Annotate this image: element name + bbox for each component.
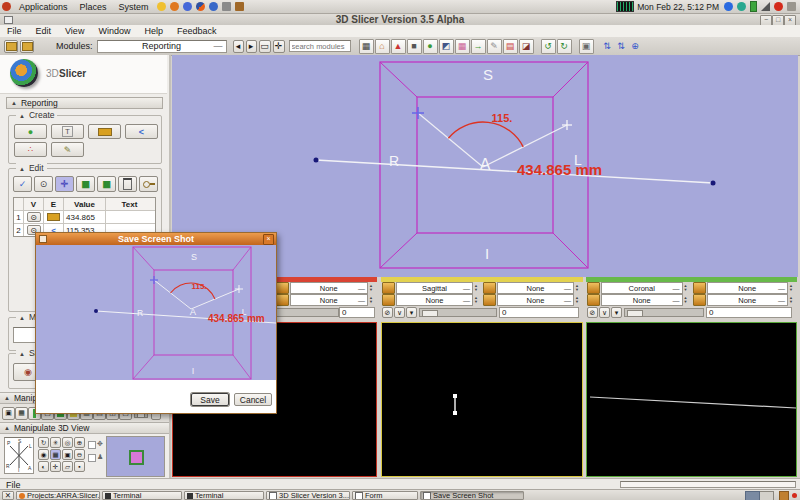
redo-icon[interactable]: ↻ <box>557 39 572 54</box>
layout-icon[interactable]: ▣ <box>579 39 594 54</box>
yellow-layer-menu-icon[interactable] <box>382 282 395 294</box>
yellow-bg-menu-icon[interactable] <box>382 294 395 306</box>
volume-icon[interactable] <box>787 2 796 11</box>
menu-file[interactable]: File <box>0 26 29 36</box>
add-annotation-icon[interactable]: ▦ <box>97 176 116 192</box>
workspace-1[interactable] <box>745 491 760 500</box>
yellow-link-icon[interactable]: ⊘ <box>382 307 393 318</box>
network-icon[interactable] <box>737 2 746 11</box>
delete-icon[interactable] <box>118 176 137 192</box>
green-visibility-icon[interactable]: ∨ <box>599 307 610 318</box>
red-spin[interactable]: ▲▼ <box>369 283 376 293</box>
table-row[interactable]: 1 ⊙ 434.865 <box>14 211 155 224</box>
colors-module-icon[interactable]: → <box>471 39 486 54</box>
red-label-menu-icon[interactable] <box>276 294 289 306</box>
screen-launcher-icon[interactable] <box>222 2 231 11</box>
editor-module-icon[interactable]: ✎ <box>487 39 502 54</box>
home-module-icon[interactable]: ⌂ <box>375 39 390 54</box>
launcher-icon-4[interactable] <box>209 2 218 11</box>
axis-widget[interactable]: P S L R I A <box>4 437 34 474</box>
axes-visibility-icon[interactable]: ✛ <box>50 461 61 472</box>
green-label-menu-icon[interactable] <box>693 294 706 306</box>
yellow-fg-menu-icon[interactable] <box>483 282 496 294</box>
reporting-section-header[interactable]: ▲Reporting <box>6 97 163 109</box>
snapshot-icon[interactable]: ▪ <box>74 461 85 472</box>
camera-icon[interactable]: ▣ <box>62 449 73 460</box>
yellow-label-combo[interactable]: None— <box>497 294 574 306</box>
dialog-close-icon[interactable]: × <box>263 234 274 245</box>
menu-feedback[interactable]: Feedback <box>170 26 224 36</box>
center-view-icon[interactable]: ◉ <box>38 449 49 460</box>
volumes-module-icon[interactable]: ■ <box>407 39 422 54</box>
select-all-icon[interactable]: ✓ <box>13 176 32 192</box>
green-spin[interactable]: ▲▼ <box>789 283 796 293</box>
yellow-label-menu-icon[interactable] <box>483 294 496 306</box>
launcher-icon-1[interactable] <box>157 2 166 11</box>
module-forward-button[interactable]: ▸ <box>246 40 257 53</box>
launcher-icon-2[interactable] <box>170 2 179 11</box>
red-label-combo[interactable]: None— <box>290 294 369 306</box>
row-text[interactable] <box>106 211 153 223</box>
load-scene-button[interactable] <box>4 40 18 53</box>
ortho-view-icon[interactable]: ▦ <box>50 449 61 460</box>
taskbar-item[interactable]: Projects:ARRA:Slicer... <box>16 491 100 500</box>
yellow-foreground-combo[interactable]: None— <box>497 282 574 294</box>
green-bg-menu-icon[interactable] <box>587 294 600 306</box>
red-slice-offset[interactable]: 0 <box>339 307 375 318</box>
green-orientation-combo[interactable]: Coronal— <box>601 282 683 294</box>
stereo-icon[interactable]: ◐ <box>38 461 49 472</box>
slice-tool-icon-1[interactable]: ▣ <box>2 407 15 420</box>
yellow-slice-viewport[interactable] <box>381 322 583 477</box>
green-layer-menu-icon[interactable] <box>587 282 600 294</box>
yellow-more-icon[interactable]: ▾ <box>406 307 417 318</box>
module-back-button[interactable]: ◂ <box>233 40 244 53</box>
fiducial-updown2-icon[interactable]: ⇅ <box>615 40 628 53</box>
firefox-icon[interactable] <box>196 2 205 11</box>
spin-view-icon[interactable]: ✳ <box>50 437 61 448</box>
taskbar-item[interactable]: Terminal <box>102 491 182 500</box>
scene-snapshot-icon[interactable]: ⊕ <box>629 40 642 53</box>
rock-checkbox[interactable] <box>88 454 96 462</box>
yellow-spin[interactable]: ▲▼ <box>575 295 582 305</box>
green-link-icon[interactable]: ⊘ <box>587 307 598 318</box>
red-spin[interactable]: ▲▼ <box>369 295 376 305</box>
zoom-in-icon[interactable]: ⊕ <box>74 437 85 448</box>
yellow-spin[interactable]: ▲▼ <box>474 295 481 305</box>
battery-icon[interactable] <box>750 1 757 12</box>
taskbar-item[interactable]: Form <box>352 491 418 500</box>
create-ruler-button[interactable] <box>88 124 121 139</box>
green-background-combo[interactable]: None— <box>601 294 683 306</box>
menu-window[interactable]: Window <box>91 26 137 36</box>
fiducial-updown-icon[interactable]: ⇅ <box>601 40 614 53</box>
power-icon[interactable] <box>774 2 783 11</box>
models-module-icon[interactable]: ● <box>423 39 438 54</box>
visibility-icon[interactable]: ⊙ <box>34 176 53 192</box>
yellow-slice-slider[interactable] <box>419 308 497 317</box>
zoom-out-icon[interactable]: ⊖ <box>74 449 85 460</box>
undo-icon[interactable]: ↺ <box>541 39 556 54</box>
menu-help[interactable]: Help <box>137 26 170 36</box>
distro-logo-icon[interactable] <box>2 2 11 11</box>
trash-icon[interactable] <box>779 491 789 500</box>
yellow-visibility-icon[interactable]: ∨ <box>394 307 405 318</box>
green-slice-viewport[interactable] <box>586 322 797 477</box>
green-spin[interactable]: ▲▼ <box>789 295 796 305</box>
dialog-save-button[interactable]: Save <box>191 393 229 406</box>
taskbar-item-active[interactable]: Save Screen Shot <box>420 491 524 500</box>
clock[interactable]: Mon Feb 22, 5:12 PM <box>637 2 719 12</box>
key-icon[interactable] <box>139 176 158 192</box>
show-desktop-button[interactable]: ✕ <box>2 491 14 500</box>
green-more-icon[interactable]: ▾ <box>611 307 622 318</box>
green-fg-menu-icon[interactable] <box>693 282 706 294</box>
yellow-orientation-combo[interactable]: Sagittal— <box>396 282 473 294</box>
create-draw-button[interactable]: ✎ <box>51 142 84 157</box>
system-monitor-icon[interactable] <box>616 1 634 12</box>
workspace-2[interactable] <box>760 491 774 500</box>
green-label-combo[interactable]: None— <box>707 294 789 306</box>
green-spin[interactable]: ▲▼ <box>684 283 691 293</box>
dialog-menu-icon[interactable] <box>39 235 47 243</box>
create-fiducial-button[interactable]: ● <box>14 124 47 139</box>
search-modules-input[interactable] <box>289 40 351 52</box>
modules-combobox[interactable]: Reporting — <box>97 40 227 53</box>
create-points-button[interactable]: ∴ <box>14 142 47 157</box>
